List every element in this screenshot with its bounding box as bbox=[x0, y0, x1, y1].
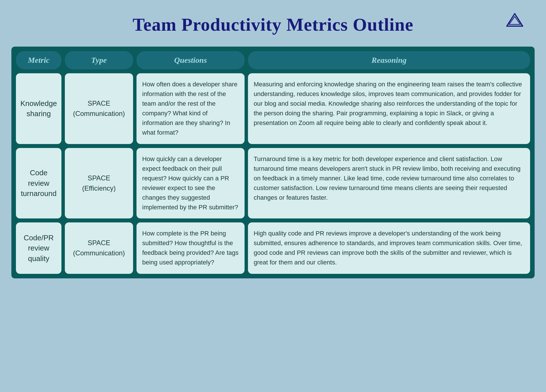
header-metric: Metric bbox=[16, 51, 61, 69]
header-section: Team Productivity Metrics Outline bbox=[11, 9, 535, 44]
cell-question-0: How often does a developer share informa… bbox=[136, 73, 245, 144]
cell-reasoning-2: High quality code and PR reviews improve… bbox=[248, 222, 530, 274]
cell-question-2: How complete is the PR being submitted? … bbox=[136, 222, 245, 274]
header-type: Type bbox=[65, 51, 133, 69]
cell-reasoning-0: Measuring and enforcing knowledge sharin… bbox=[248, 73, 530, 144]
type-label-1: SPACE (Efficiency) bbox=[71, 173, 127, 193]
cell-question-1: How quickly can a developer expect feedb… bbox=[136, 148, 245, 219]
logo-icon bbox=[506, 11, 523, 28]
table-header: Metric Type Questions Reasoning bbox=[16, 51, 530, 69]
cell-metric-2: Code/PR review quality bbox=[16, 222, 61, 274]
metric-label-0: Knowledge sharing bbox=[20, 98, 57, 119]
cell-metric-1: Code review turnaround bbox=[16, 148, 61, 219]
question-text-1: How quickly can a developer expect feedb… bbox=[142, 154, 239, 212]
page-title: Team Productivity Metrics Outline bbox=[133, 14, 413, 35]
reasoning-text-0: Measuring and enforcing knowledge sharin… bbox=[254, 80, 524, 128]
metric-label-1: Code review turnaround bbox=[21, 168, 57, 199]
header-reasoning: Reasoning bbox=[248, 51, 530, 69]
table-body: Knowledge sharing SPACE (Communication) … bbox=[16, 73, 530, 274]
header-questions: Questions bbox=[136, 51, 245, 69]
table-row: Code/PR review quality SPACE (Communicat… bbox=[16, 222, 530, 274]
reasoning-text-2: High quality code and PR reviews improve… bbox=[254, 229, 524, 267]
question-text-2: How complete is the PR being submitted? … bbox=[142, 229, 239, 267]
table-row: Code review turnaround SPACE (Efficiency… bbox=[16, 148, 530, 219]
cell-type-1: SPACE (Efficiency) bbox=[65, 148, 133, 219]
type-label-2: SPACE (Communication) bbox=[71, 238, 127, 258]
cell-type-0: SPACE (Communication) bbox=[65, 73, 133, 144]
type-label-0: SPACE (Communication) bbox=[71, 98, 127, 119]
question-text-0: How often does a developer share informa… bbox=[142, 80, 239, 138]
cell-metric-0: Knowledge sharing bbox=[16, 73, 61, 144]
page-wrapper: Team Productivity Metrics Outline Metric… bbox=[0, 0, 546, 392]
reasoning-text-1: Turnaround time is a key metric for both… bbox=[254, 154, 524, 203]
metric-label-2: Code/PR review quality bbox=[22, 233, 56, 264]
cell-reasoning-1: Turnaround time is a key metric for both… bbox=[248, 148, 530, 219]
cell-type-2: SPACE (Communication) bbox=[65, 222, 133, 274]
table-row: Knowledge sharing SPACE (Communication) … bbox=[16, 73, 530, 144]
table-container: Metric Type Questions Reasoning Knowledg… bbox=[11, 47, 535, 278]
